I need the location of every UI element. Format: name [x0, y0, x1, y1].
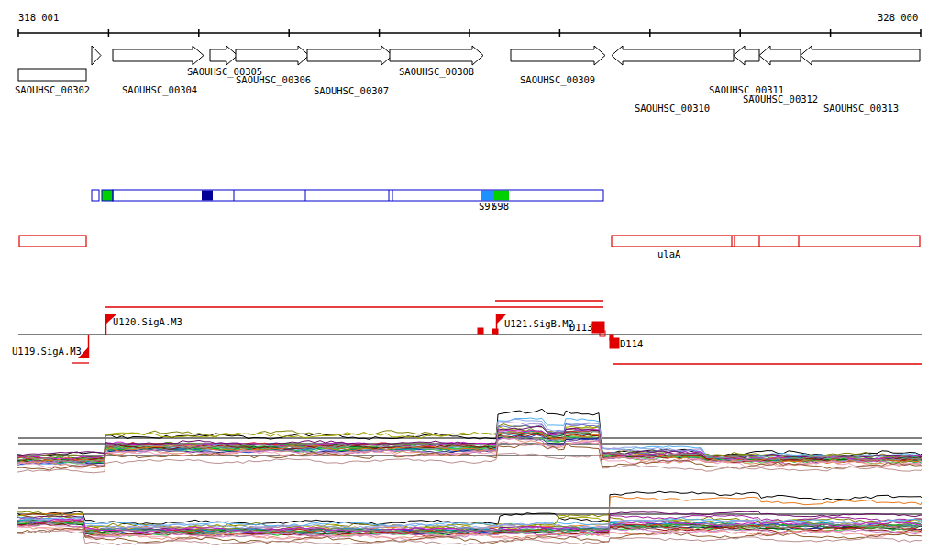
expression-plot-bottom [17, 491, 922, 545]
terminator-marker[interactable] [492, 329, 498, 334]
tss-flag-U120.SigA.M3-triangle[interactable] [105, 314, 116, 324]
gene-SAOUHSC_00306[interactable] [236, 46, 309, 65]
terminator-marker[interactable] [610, 335, 613, 340]
segment-box[interactable] [102, 190, 113, 201]
gene-SAOUHSC_00302[interactable] [18, 69, 86, 81]
gene-SAOUHSC_00312[interactable] [759, 46, 801, 65]
expression-plot-top [17, 409, 922, 473]
gene-SAOUHSC_00310[interactable] [612, 46, 734, 65]
segment-fill[interactable] [481, 191, 494, 201]
gene-SAOUHSC_00308[interactable] [390, 46, 483, 65]
terminator-marker[interactable] [478, 328, 483, 334]
genome-browser-window: 318 001 328 000 SAOUHSC_00302SAOUHSC_003… [0, 0, 939, 560]
gene-SAOUHSC_00307[interactable] [307, 46, 392, 65]
gene-SAOUHSC_00304[interactable] [113, 46, 204, 65]
gene-arrowhead-1[interactable] [92, 46, 101, 65]
tss-flag-U119.SigA.M3-triangle[interactable] [78, 347, 88, 358]
segment-box[interactable] [113, 190, 603, 201]
gene-SAOUHSC_00313[interactable] [801, 46, 920, 65]
genome-browser-canvas [0, 0, 939, 560]
segment-fill[interactable] [494, 191, 509, 201]
gene-SAOUHSC_00309[interactable] [511, 46, 605, 65]
segment-box[interactable] [92, 190, 99, 201]
gene-SAOUHSC_00305[interactable] [210, 46, 238, 65]
gene-SAOUHSC_00311[interactable] [734, 46, 759, 65]
segment-fill[interactable] [202, 191, 213, 201]
operon-box[interactable] [19, 236, 86, 247]
tss-flag-U121.SigB.M2-triangle[interactable] [496, 314, 506, 324]
operon-box[interactable] [612, 236, 920, 247]
